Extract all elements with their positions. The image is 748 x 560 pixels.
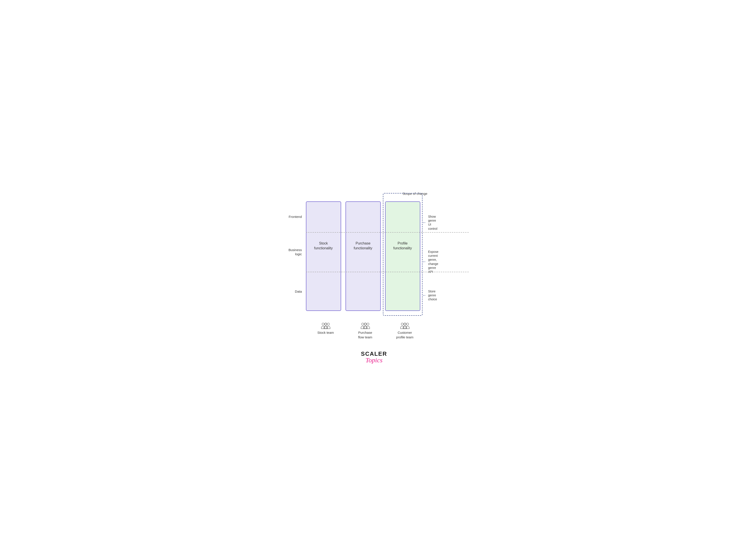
row-divider-1 xyxy=(306,232,469,233)
stock-team-icon xyxy=(323,319,329,329)
canvas: Scope of change Frontend Business logic xyxy=(275,183,473,377)
teams-row: Stock team xyxy=(280,319,469,339)
stock-team-label: Stock team xyxy=(318,330,334,335)
diagram: Frontend Business logic Data xyxy=(280,201,469,339)
team-purchase: Purchase flow team xyxy=(346,319,385,339)
team-stock: Stock team xyxy=(306,319,346,339)
purchase-team-icon xyxy=(363,319,368,329)
row-label-business-logic: Business logic xyxy=(280,232,306,272)
purchase-team-label: Purchase flow team xyxy=(358,330,372,339)
team-profile: Customer profile team xyxy=(385,319,425,339)
profile-team-label: Customer profile team xyxy=(396,330,413,339)
scope-label: Scope of change xyxy=(403,192,427,195)
logo-scaler: SCALER xyxy=(361,350,387,357)
scope-label-row: Scope of change xyxy=(280,192,469,200)
logo-section: SCALER Topics xyxy=(280,350,469,364)
row-divider-2 xyxy=(306,272,469,272)
profile-team-icon xyxy=(402,319,408,329)
grid: Frontend Business logic Data xyxy=(280,201,469,311)
row-label-data: Data xyxy=(280,272,306,311)
logo-topics: Topics xyxy=(280,357,469,364)
row-label-frontend: Frontend xyxy=(280,201,306,232)
